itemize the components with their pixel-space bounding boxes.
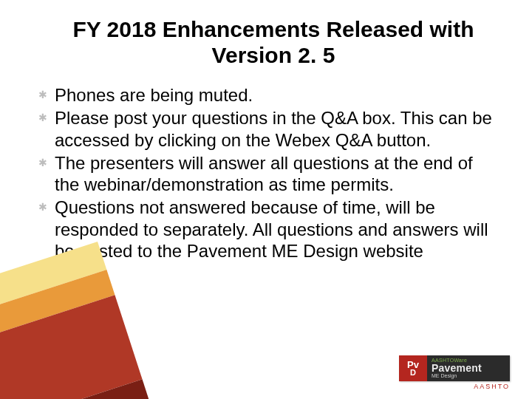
title-line-1: FY 2018 Enhancements Released with — [72, 17, 474, 41]
logo-red-block: Pv D — [399, 355, 427, 381]
logo-text-block: AASHTOWare Pavement ME Design — [427, 355, 510, 381]
list-item: ✱ The presenters will answer all questio… — [38, 152, 494, 196]
pavement-me-logo: Pv D AASHTOWare Pavement ME Design AASHT… — [399, 355, 510, 390]
bullet-text: Questions not answered because of time, … — [55, 197, 488, 261]
bullet-text: The presenters will answer all questions… — [55, 153, 473, 194]
list-item: ✱ Please post your questions in the Q&A … — [38, 107, 494, 151]
logo-d-abbrev: D — [410, 369, 416, 377]
asterisk-icon: ✱ — [38, 157, 47, 169]
bullet-text: Please post your questions in the Q&A bo… — [55, 108, 492, 149]
slide-body: ✱ Phones are being muted. ✱ Please post … — [38, 84, 494, 263]
logo-brand-main: Pavement — [432, 362, 505, 374]
list-item: ✱ Questions not answered because of time… — [38, 197, 494, 262]
bullet-list: ✱ Phones are being muted. ✱ Please post … — [38, 84, 494, 262]
slide: FY 2018 Enhancements Released with Versi… — [0, 0, 532, 399]
asterisk-icon: ✱ — [38, 201, 47, 214]
logo-brand-sub: ME Design — [432, 373, 505, 378]
list-item: ✱ Phones are being muted. — [38, 84, 494, 106]
asterisk-icon: ✱ — [38, 112, 47, 124]
asterisk-icon: ✱ — [38, 89, 47, 101]
corner-decoration — [0, 242, 157, 399]
title-line-2: Version 2. 5 — [212, 43, 335, 67]
logo-footer-brand: AASHTO — [399, 383, 510, 390]
bullet-text: Phones are being muted. — [55, 85, 253, 105]
logo-badge: Pv D AASHTOWare Pavement ME Design — [399, 355, 510, 381]
slide-title: FY 2018 Enhancements Released with Versi… — [52, 16, 495, 69]
